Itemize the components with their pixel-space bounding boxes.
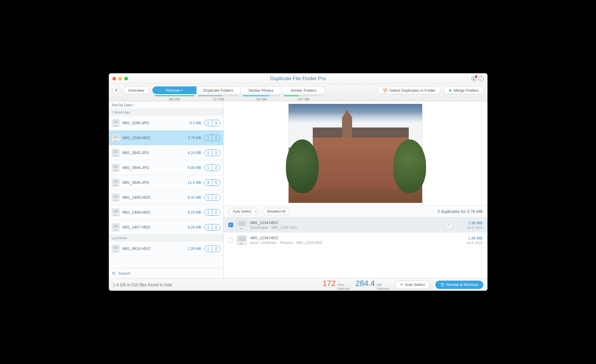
file-icon: HEIC <box>112 223 120 231</box>
feed-icon[interactable] <box>471 76 477 81</box>
file-name: IMG_1406.HEIC <box>123 210 181 214</box>
group-header: 1 Month Ago <box>109 109 223 116</box>
sort-dropdown[interactable]: Sort by Date ▾ <box>109 101 223 109</box>
duplicate-size: 1.88 MB <box>456 236 483 240</box>
file-name: IMG_0810.HEIC <box>123 246 181 251</box>
count-pill[interactable]: 12 <box>204 150 220 156</box>
checkbox[interactable] <box>228 238 233 242</box>
sort-label: Sort by Date <box>112 103 132 107</box>
list-item[interactable]: JPEGIMG_3844.JPG5.05 MB12 <box>109 160 223 175</box>
file-size: 5.05 MB <box>184 166 201 170</box>
checkbox[interactable]: ✓ <box>228 223 233 227</box>
list-item[interactable]: HEICIMG_1406.HEIC6.25 MB12 <box>109 205 223 220</box>
file-name: IMG_1234.HEIC <box>123 136 181 140</box>
close-window-button[interactable] <box>112 77 116 80</box>
count-pill[interactable]: 23 <box>204 120 220 126</box>
back-button[interactable] <box>112 86 120 94</box>
group-header: Last Week <box>109 235 223 241</box>
duplicate-row[interactable]: HEICIMG_1234.HEIClucia›OneDrive›Pictures… <box>224 233 487 248</box>
search-field[interactable]: Search <box>109 268 223 278</box>
list-item[interactable]: HEICIMG_1234.HEIC3.76 MB12 <box>109 130 223 145</box>
svg-point-0 <box>473 79 473 80</box>
detail-pane: Auto Select ▾ Deselect All 2 duplicates … <box>224 101 487 278</box>
duplicates-summary: 2 duplicates for 3.76 MB <box>438 209 483 214</box>
file-size: 6.32 MB <box>184 195 201 200</box>
count-pill[interactable]: 12 <box>204 164 220 171</box>
select-duplicates-label: Select Duplicates in Folder <box>389 88 436 93</box>
select-duplicates-in-folder-button[interactable]: Select Duplicates in Folder <box>378 86 441 94</box>
files-selected-count: 172 <box>323 279 335 288</box>
count-pill[interactable]: 45 <box>204 179 220 186</box>
count-pill[interactable]: 12 <box>204 209 220 216</box>
merge-folders-button[interactable]: ➤ Merge Folders <box>444 86 484 94</box>
deselect-all-button[interactable]: Deselect All <box>262 208 290 215</box>
duplicates-list: ✓HEICIMG_1234.HEICDownloads›IMG_1234.HEI… <box>224 217 487 278</box>
list-item[interactable]: JPEGIMG_3843.JPG4.24 MB12 <box>109 145 223 160</box>
file-icon: JPEG <box>112 149 120 157</box>
review-and-remove-button[interactable]: Review & Remove <box>435 281 483 289</box>
info-icon[interactable]: i <box>479 76 484 81</box>
count-pill[interactable]: 12 <box>204 135 220 141</box>
merge-folders-label: Merge Folders <box>454 88 479 93</box>
app-window: Duplicate File Finder Pro i Overview Pic… <box>109 73 487 291</box>
minimize-window-button[interactable] <box>118 77 122 80</box>
tab-meter: 927 MB <box>282 95 326 101</box>
files-selected-stat: 172 Files Selected <box>323 279 350 290</box>
tab-meter: 217 MB <box>196 95 241 101</box>
tab-label: Similar Photos <box>248 88 273 93</box>
file-size: 4.24 MB <box>184 151 201 155</box>
tab-pictures[interactable]: Pictures▾ <box>152 86 196 94</box>
file-icon: HEIC <box>112 134 120 142</box>
file-icon: HEIC <box>112 194 120 201</box>
duplicate-path: lucia›OneDrive›Pictures›IMG_1234.HEIC <box>250 241 452 245</box>
count-pill[interactable]: 12 <box>204 245 220 252</box>
file-name: IMG_3845.JPG <box>123 180 181 185</box>
file-icon: HEIC <box>112 245 120 253</box>
preview-image <box>288 104 422 203</box>
footer-auto-select-button[interactable]: ✦ Auto Select <box>395 281 430 289</box>
sparkle-icon: ✦ <box>400 282 403 287</box>
list-item[interactable]: JPEGIMG_3845.JPG11.4 MB45 <box>109 175 223 190</box>
search-placeholder: Search <box>118 271 131 276</box>
duplicate-date: Jul 8, 2019 <box>456 241 483 245</box>
duplicate-name: IMG_1234.HEIC <box>250 220 442 225</box>
file-size: 3.76 MB <box>184 136 201 140</box>
window-title: Duplicate File Finder Pro <box>109 76 487 82</box>
list-item[interactable]: HEICIMG_1407.HEIC6.26 MB12 <box>109 220 223 235</box>
chevron-left-icon <box>115 88 118 92</box>
tab-label: Similar Folders <box>291 88 317 93</box>
auto-select-label: Auto Select <box>233 209 251 214</box>
duplicate-name: IMG_1234.HEIC <box>250 236 452 240</box>
count-pill[interactable]: 12 <box>204 224 220 231</box>
file-size: 11.4 MB <box>184 181 201 185</box>
file-name: IMG_3844.JPG <box>123 165 181 170</box>
tab-similar-photos[interactable]: Similar Photos <box>241 86 282 94</box>
tab-meter: 250 MB <box>241 95 282 101</box>
file-list[interactable]: 1 Month AgoJPEGIMG_3285.JPG5.3 MB23HEICI… <box>109 109 223 268</box>
file-size: 5.3 MB <box>184 121 201 125</box>
svg-point-2 <box>448 224 450 225</box>
list-item[interactable]: HEICIMG_0810.HEIC2.26 MB12 <box>109 241 223 256</box>
chevron-down-icon: ▾ <box>132 104 134 106</box>
list-item[interactable]: HEICIMG_1405.HEIC6.32 MB12 <box>109 190 223 205</box>
auto-select-menu-button[interactable]: ▾ <box>253 208 259 215</box>
file-list-sidebar: Sort by Date ▾ 1 Month AgoJPEGIMG_3285.J… <box>109 101 224 278</box>
image-preview <box>224 101 487 206</box>
list-item[interactable]: JPEGIMG_3285.JPG5.3 MB23 <box>109 116 223 130</box>
size-selected-stat: 284.4 MB Selected <box>355 279 389 290</box>
tab-duplicate-folders[interactable]: Duplicate Folders <box>196 86 241 94</box>
tab-similar-folders[interactable]: Similar Folders <box>282 86 326 94</box>
auto-select-button[interactable]: Auto Select <box>228 208 253 215</box>
window-controls <box>109 77 128 80</box>
overview-button[interactable]: Overview <box>123 86 149 94</box>
zoom-window-button[interactable] <box>124 77 128 80</box>
duplicate-row[interactable]: ✓HEICIMG_1234.HEICDownloads›IMG_1234.HEI… <box>224 217 487 233</box>
file-icon: HEIC <box>237 235 247 245</box>
reveal-button[interactable] <box>446 222 452 228</box>
toolbar: Overview Pictures▾Duplicate FoldersSimil… <box>109 84 487 101</box>
tab-size-label: 927 MB <box>298 97 309 101</box>
chevron-down-icon: ▾ <box>181 89 183 92</box>
status-summary: 1.4 GB in 510 files found in total <box>113 282 172 287</box>
file-size: 6.25 MB <box>184 210 201 214</box>
count-pill[interactable]: 12 <box>204 194 220 201</box>
